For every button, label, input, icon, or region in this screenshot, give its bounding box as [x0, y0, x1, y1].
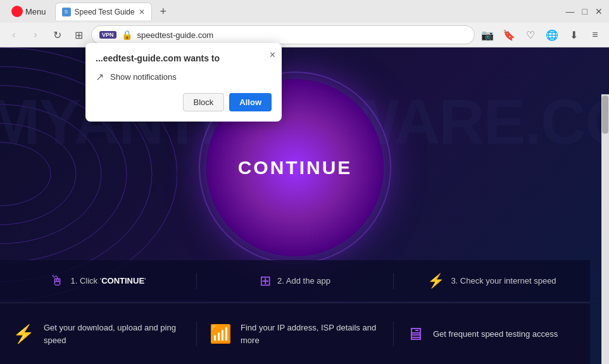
scrollbar[interactable]: [601, 94, 609, 364]
opera-menu-button[interactable]: Menu: [5, 3, 53, 20]
feature-2-text: Find your IP address, ISP details and mo…: [241, 322, 380, 346]
bookmark-icon[interactable]: 🔖: [500, 26, 518, 44]
popup-close-button[interactable]: ×: [270, 49, 275, 61]
steps-bar: 🖱 1. Click 'CONTINUE' ⊞ 2. Add the app ⚡…: [0, 260, 590, 301]
close-window-icon[interactable]: ✕: [594, 5, 604, 18]
step-2-text: 2. Add the app: [277, 276, 330, 286]
tab-bar: Menu S Speed Test Guide ✕ + — □ ✕: [0, 0, 609, 23]
scrollbar-thumb[interactable]: [602, 96, 608, 134]
feature-1-text: Get your download, upload and ping speed: [44, 322, 184, 346]
continue-label: CONTINUE: [238, 157, 353, 179]
feature-3: 🖥 Get frequent speed testing access: [394, 323, 590, 344]
active-tab[interactable]: S Speed Test Guide ✕: [55, 3, 152, 20]
browser-chrome: Menu S Speed Test Guide ✕ + — □ ✕ ‹ › ↻ …: [0, 0, 609, 47]
forward-button[interactable]: ›: [27, 26, 44, 44]
url-display: speedtest-guide.com: [137, 30, 467, 40]
step-3: ⚡ 3. Check your internet speed: [394, 273, 590, 289]
address-bar[interactable]: VPN 🔒 speedtest-guide.com: [91, 25, 475, 44]
block-button[interactable]: Block: [183, 93, 225, 111]
notification-popup: × ...eedtest-guide.com wants to ↗ Show n…: [85, 43, 282, 122]
opera-logo-icon: [11, 6, 23, 17]
feature-3-text: Get frequent speed testing access: [433, 328, 558, 341]
popup-buttons: Block Allow: [96, 93, 272, 111]
step-2: ⊞ 2. Add the app: [197, 273, 394, 289]
feature-1: ⚡ Get your download, upload and ping spe…: [0, 322, 197, 346]
tab-title: Speed Test Guide: [75, 8, 135, 16]
step-1-text: 1. Click 'CONTINUE': [70, 276, 146, 286]
tab-bar-right-controls: — □ ✕: [565, 5, 604, 18]
cursor-icon: 🖱: [50, 273, 64, 289]
account-icon[interactable]: 🌐: [543, 26, 561, 44]
popup-permission-row: ↗ Show notifications: [96, 71, 272, 83]
wifi-icon: 📶: [210, 323, 232, 344]
back-button[interactable]: ‹: [5, 26, 23, 44]
speed-test-icon: ⚡: [13, 323, 35, 344]
vpn-badge: VPN: [99, 31, 116, 39]
notification-permission-icon: ↗: [96, 71, 104, 83]
minimize-icon[interactable]: —: [565, 5, 576, 18]
refresh-button[interactable]: ↻: [48, 26, 66, 44]
download-icon[interactable]: ⬇: [565, 26, 582, 44]
allow-button[interactable]: Allow: [229, 93, 272, 111]
tab-favicon-icon: S: [62, 8, 71, 16]
toolbar-icons: 📷 🔖 ♡ 🌐 ⬇ ≡: [479, 26, 604, 44]
tab-close-icon[interactable]: ✕: [139, 8, 145, 16]
feature-2: 📶 Find your IP address, ISP details and …: [197, 322, 394, 346]
new-tab-button[interactable]: +: [154, 3, 172, 20]
continue-link[interactable]: CONTINUE: [101, 276, 144, 286]
restore-icon[interactable]: □: [581, 5, 589, 18]
menu-dots-icon[interactable]: ≡: [586, 26, 604, 44]
popup-title: ...eedtest-guide.com wants to: [96, 53, 259, 63]
lock-icon: 🔒: [122, 30, 132, 40]
step-3-text: 3. Check your internet speed: [451, 276, 556, 286]
monitor-icon: 🖥: [406, 323, 424, 344]
tabs-view-button[interactable]: ⊞: [70, 26, 87, 44]
speed-icon: ⚡: [427, 273, 444, 289]
camera-icon[interactable]: 📷: [479, 26, 496, 44]
add-app-icon: ⊞: [260, 273, 271, 289]
features-bar: ⚡ Get your download, upload and ping spe…: [0, 303, 590, 364]
menu-label: Menu: [25, 7, 46, 16]
permission-label: Show notifications: [110, 72, 177, 82]
step-1: 🖱 1. Click 'CONTINUE': [0, 273, 197, 289]
heart-icon[interactable]: ♡: [522, 26, 539, 44]
